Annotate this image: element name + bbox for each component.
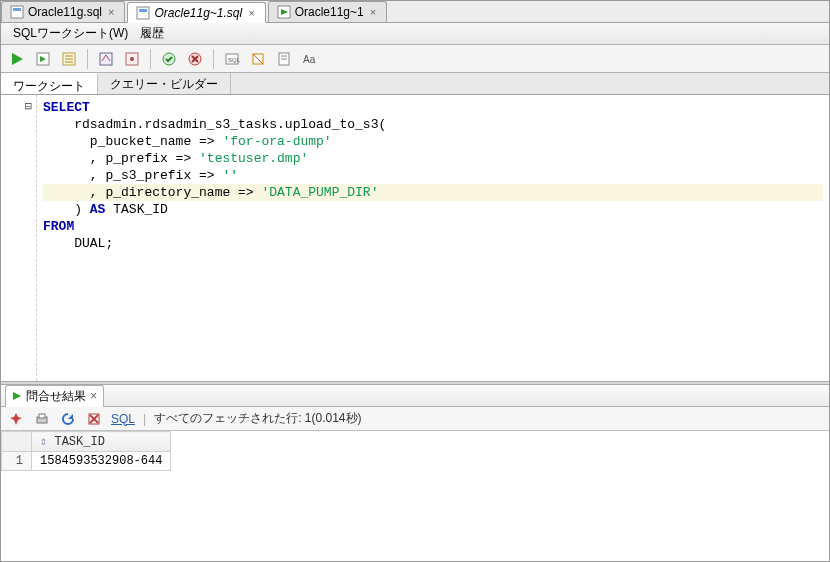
cancel-icon[interactable] [85,410,103,428]
file-tab-oracle11g1-sql[interactable]: Oracle11g~1.sql × [127,2,265,23]
menu-history[interactable]: 履歴 [134,23,170,44]
fetch-status: すべてのフェッチされた行: 1(0.014秒) [154,410,361,427]
run-icon[interactable] [7,49,27,69]
kw-as: AS [90,202,106,217]
case-icon[interactable]: Aa [300,49,320,69]
file-tab-label: Oracle11g.sql [28,5,102,19]
separator [213,49,214,69]
string-literal: 'testuser.dmp' [199,151,308,166]
code-line: , p_s3_prefix => [43,168,222,183]
app-root: Oracle11g.sql × Oracle11g~1.sql × Oracle… [0,0,830,562]
svg-rect-3 [139,9,147,12]
svg-marker-27 [13,392,21,400]
kw-select: SELECT [43,100,90,115]
svg-rect-2 [137,7,149,19]
history-icon[interactable] [274,49,294,69]
result-grid[interactable]: ⇕ TASK_ID 1 1584593532908-644 [1,431,829,561]
column-header-task-id[interactable]: ⇕ TASK_ID [32,432,171,452]
commit-icon[interactable] [159,49,179,69]
svg-rect-1 [13,8,21,11]
svg-point-15 [130,57,134,61]
tab-worksheet[interactable]: ワークシート [1,73,98,94]
column-label: TASK_ID [54,435,104,449]
code-line: , p_directory_name => [43,185,261,200]
svg-rect-0 [11,6,23,18]
close-icon[interactable]: × [246,7,256,19]
sql-file-icon [136,6,150,20]
sql-file-icon [10,5,24,19]
code-line: p_bucket_name => [43,134,222,149]
result-tab-label: 問合せ結果 [26,388,86,405]
tab-query-builder[interactable]: クエリー・ビルダー [98,73,231,94]
row-number: 1 [2,452,32,471]
menubar: SQLワークシート(W) 履歴 [1,23,829,45]
string-literal: 'for-ora-dump' [222,134,331,149]
pin-icon[interactable] [7,410,25,428]
table-row[interactable]: 1 1584593532908-644 [2,452,171,471]
sql-tuning-icon[interactable] [122,49,142,69]
print-icon[interactable] [33,410,51,428]
svg-marker-30 [68,414,73,419]
unshared-sql-icon[interactable]: SQL [222,49,242,69]
string-literal: '' [222,168,238,183]
column-sort-icon: ⇕ [40,435,47,449]
rollback-icon[interactable] [185,49,205,69]
rownum-header[interactable] [2,432,32,452]
svg-rect-29 [39,414,45,418]
result-table: ⇕ TASK_ID 1 1584593532908-644 [1,431,171,471]
play-result-icon [12,391,22,401]
code-area[interactable]: SELECT rdsadmin.rdsadmin_s3_tasks.upload… [37,95,829,381]
current-line: , p_directory_name => 'DATA_PUMP_DIR' [43,184,823,201]
code-line: DUAL; [43,236,113,251]
file-tab-oracle11g-sql[interactable]: Oracle11g.sql × [1,1,125,22]
toolbar: SQL Aa [1,45,829,73]
result-toolbar: SQL | すべてのフェッチされた行: 1(0.014秒) [1,407,829,431]
code-line: ) [43,202,90,217]
fold-marker-icon[interactable]: ⊟ [1,99,36,113]
file-tab-oracle11g1-run[interactable]: Oracle11g~1 × [268,1,387,22]
string-literal: 'DATA_PUMP_DIR' [261,185,378,200]
file-tabs: Oracle11g.sql × Oracle11g~1.sql × Oracle… [1,1,829,23]
code-line: , p_prefix => [43,151,199,166]
refresh-icon[interactable] [59,410,77,428]
run-file-icon [277,5,291,19]
kw-from: FROM [43,219,74,234]
file-tab-label: Oracle11g~1.sql [154,6,242,20]
svg-marker-6 [12,53,23,65]
results-pane: 問合せ結果 × SQL | すべてのフェッチされた行: 1(0.014秒) ⇕ … [1,385,829,561]
sql-link[interactable]: SQL [111,412,135,426]
gutter: ⊟ [1,95,37,381]
autotrace-icon[interactable] [96,49,116,69]
sql-editor[interactable]: ⊟ SELECT rdsadmin.rdsadmin_s3_tasks.uplo… [1,95,829,381]
close-icon[interactable]: × [106,6,116,18]
svg-text:Aa: Aa [303,54,316,65]
separator [150,49,151,69]
clear-icon[interactable] [248,49,268,69]
result-tabs: 問合せ結果 × [1,385,829,407]
close-icon[interactable]: × [368,6,378,18]
svg-text:SQL: SQL [228,57,240,63]
explain-plan-icon[interactable] [59,49,79,69]
worksheet-tabs: ワークシート クエリー・ビルダー [1,73,829,95]
menu-worksheet[interactable]: SQLワークシート(W) [7,23,134,44]
separator [87,49,88,69]
code-line: TASK_ID [105,202,167,217]
close-icon[interactable]: × [90,389,97,403]
file-tab-label: Oracle11g~1 [295,5,364,19]
cell-task-id: 1584593532908-644 [32,452,171,471]
code-line: rdsadmin.rdsadmin_s3_tasks.upload_to_s3( [43,117,386,132]
result-tab-query[interactable]: 問合せ結果 × [5,385,104,407]
run-script-icon[interactable] [33,49,53,69]
